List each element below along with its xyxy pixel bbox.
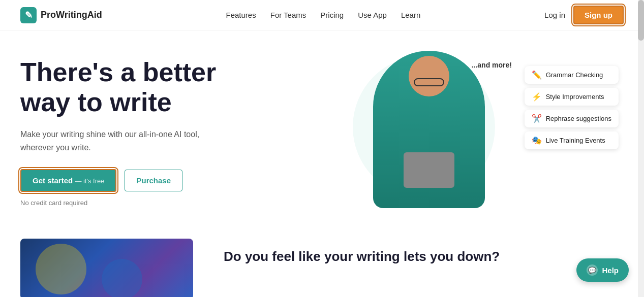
hero-buttons: Get started — it's free Purchase <box>20 169 302 192</box>
person-glasses <box>414 78 444 86</box>
get-started-suffix: — it's free <box>75 177 104 185</box>
logo[interactable]: ✎ ProWritingAid <box>20 7 102 23</box>
rephrase-label: Rephrase suggestions <box>546 115 611 122</box>
training-label: Live Training Events <box>546 137 605 144</box>
nav-pricing[interactable]: Pricing <box>320 11 344 19</box>
logo-text: ProWritingAid <box>41 10 102 20</box>
feature-pill-training: 🎭 Live Training Events <box>525 131 619 149</box>
bottom-image-overlay <box>20 239 193 297</box>
help-button[interactable]: 💬 Help <box>576 258 629 282</box>
training-icon: 🎭 <box>532 136 542 145</box>
feature-pill-style: ⚡ Style Improvements <box>525 88 619 106</box>
hero-section: There's a better way to write Make your … <box>0 30 644 228</box>
nav-features[interactable]: Features <box>226 11 256 19</box>
help-circle-icon: 💬 <box>587 265 598 276</box>
bottom-image <box>20 239 193 297</box>
nav-actions: Log in Sign up <box>544 6 624 24</box>
nav-use-app[interactable]: Use App <box>358 11 387 19</box>
grammar-label: Grammar Checking <box>546 71 603 79</box>
bottom-title: Do you feel like your writing lets you d… <box>224 249 624 265</box>
navbar: ✎ ProWritingAid Features For Teams Prici… <box>0 0 644 30</box>
feature-pill-rephrase: ✂️ Rephrase suggestions <box>525 110 619 127</box>
help-label: Help <box>602 266 619 275</box>
signup-button[interactable]: Sign up <box>573 6 624 24</box>
bottom-right: Do you feel like your writing lets you d… <box>224 239 624 265</box>
feature-pills: ✏️ Grammar Checking ⚡ Style Improvements… <box>525 66 619 149</box>
and-more-label: ...and more! <box>472 61 512 69</box>
nav-links: Features For Teams Pricing Use App Learn <box>226 11 421 20</box>
laptop-icon <box>404 152 454 188</box>
nav-learn[interactable]: Learn <box>401 11 420 19</box>
logo-icon: ✎ <box>20 7 37 23</box>
bottom-section: Do you feel like your writing lets you d… <box>0 228 644 297</box>
hero-subtitle: Make your writing shine with our all-in-… <box>20 128 213 154</box>
hero-title: There's a better way to write <box>20 57 302 118</box>
get-started-button[interactable]: Get started — it's free <box>20 169 116 192</box>
feature-pill-grammar: ✏️ Grammar Checking <box>525 66 619 84</box>
login-link[interactable]: Log in <box>544 11 565 19</box>
person-figure <box>373 51 485 208</box>
style-label: Style Improvements <box>546 93 604 101</box>
style-icon: ⚡ <box>532 92 542 102</box>
person-head <box>409 56 449 96</box>
hero-right: ⭐ ...and more! ✏️ Grammar Checking ⚡ Sty… <box>322 51 624 213</box>
nav-teams[interactable]: For Teams <box>270 11 306 19</box>
grammar-icon: ✏️ <box>532 70 542 80</box>
rephrase-icon: ✂️ <box>532 114 542 123</box>
get-started-label: Get started <box>33 176 73 185</box>
no-credit-text: No credit card required <box>20 199 302 207</box>
purchase-button[interactable]: Purchase <box>125 170 182 191</box>
hero-left: There's a better way to write Make your … <box>20 57 322 207</box>
